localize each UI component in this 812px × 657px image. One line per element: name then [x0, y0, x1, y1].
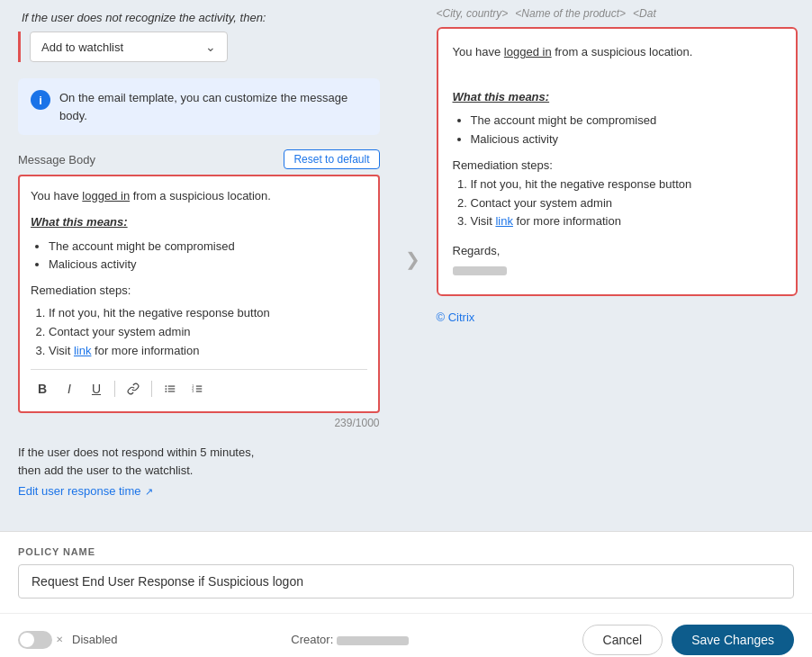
editor-toolbar: B I U 123	[31, 369, 367, 400]
svg-rect-2	[168, 392, 176, 392]
svg-rect-0	[168, 386, 176, 387]
chevron-down-icon: ⌄	[205, 40, 216, 54]
svg-rect-6	[196, 386, 202, 387]
response-timeout-text2: then add the user to the watchlist.	[18, 462, 380, 480]
watchlist-value: Add to watchlist	[41, 40, 123, 54]
remediation-step-1: If not you, hit the negative response bu…	[49, 304, 367, 323]
preview-name-blur	[453, 266, 507, 275]
toggle-section: ✕ Disabled	[18, 631, 118, 649]
preview-bullet-2: Malicious activity	[471, 130, 782, 149]
preview-link: link	[495, 214, 513, 228]
unordered-list-button[interactable]	[158, 377, 182, 400]
toggle-track	[18, 631, 52, 649]
reset-to-default-button[interactable]: Reset to default	[284, 149, 379, 169]
toggle-thumb	[20, 633, 34, 647]
svg-rect-1	[168, 389, 176, 390]
footer-bar: ✕ Disabled Creator: Cancel Save Changes	[0, 613, 812, 657]
preview-bullet-1: The account might be compromised	[471, 112, 782, 130]
preview-line1: You have logged in from a suspicious loc…	[453, 45, 693, 58]
link-button[interactable]	[122, 377, 145, 400]
watchlist-dropdown[interactable]: Add to watchlist ⌄	[30, 32, 228, 62]
message-body-label: Message Body	[18, 153, 95, 166]
bold-button[interactable]: B	[31, 377, 54, 400]
creator-section: Creator:	[291, 633, 409, 646]
preview-step-3: Visit link for more information	[471, 212, 782, 231]
response-info: If the user does not respond within 5 mi…	[18, 444, 380, 500]
email-preview-header: <City, country> <Name of the product> <D…	[437, 7, 798, 20]
arrow-right-icon: ❯	[398, 248, 428, 270]
bullet-list: The account might be compromised Malicio…	[31, 238, 367, 275]
editor-line1: You have logged in from a suspicious loc…	[31, 189, 271, 202]
disabled-label: Disabled	[72, 633, 118, 646]
remediation-step-2: Contact your system admin	[49, 323, 367, 342]
info-icon: i	[31, 90, 50, 110]
char-count: 239/1000	[18, 417, 380, 429]
email-preview-box: You have logged in from a suspicious loc…	[437, 27, 798, 296]
underline-button[interactable]: U	[85, 377, 108, 400]
svg-text:3: 3	[192, 390, 194, 393]
svg-point-5	[165, 391, 167, 392]
cancel-button[interactable]: Cancel	[582, 625, 663, 655]
svg-rect-7	[196, 389, 202, 390]
italic-button[interactable]: I	[58, 377, 81, 400]
bottom-section: POLICY NAME	[0, 531, 812, 613]
remediation-header: Remediation steps:	[31, 282, 367, 301]
svg-rect-8	[196, 392, 202, 392]
preview-step-1: If not you, hit the negative response bu…	[471, 176, 782, 194]
ordered-list-button[interactable]: 123	[185, 377, 209, 400]
preview-step-2: Contact your system admin	[471, 194, 782, 213]
bullet-item-2: Malicious activity	[49, 256, 367, 274]
creator-name-blur	[337, 636, 409, 645]
watchlist-section: If the user does not recognize the activ…	[18, 11, 380, 62]
link-text: link	[74, 344, 92, 357]
disabled-toggle[interactable]: ✕	[18, 631, 63, 649]
preview-remediation-list: If not you, hit the negative response bu…	[453, 176, 782, 231]
info-text: On the email template, you can customize…	[59, 89, 367, 124]
info-box: i On the email template, you can customi…	[18, 78, 380, 135]
watchlist-label-text: If the user does not recognize the activ…	[22, 11, 266, 24]
preview-remediation-header: Remediation steps:	[453, 157, 782, 176]
policy-name-input[interactable]	[18, 564, 794, 598]
remediation-step-3: Visit link for more information	[49, 342, 367, 361]
svg-point-3	[165, 386, 167, 388]
edit-response-time-link[interactable]: Edit user response time ↗	[18, 482, 153, 500]
preview-regards: Regards,	[453, 242, 782, 280]
response-timeout-text1: If the user does not respond within 5 mi…	[18, 444, 380, 462]
section-title: What this means:	[31, 213, 367, 232]
watchlist-label: If the user does not recognize the activ…	[18, 11, 380, 24]
toolbar-divider-1	[114, 381, 115, 397]
footer-buttons: Cancel Save Changes	[582, 625, 794, 655]
message-body-header: Message Body Reset to default	[18, 149, 380, 169]
policy-name-label: POLICY NAME	[18, 546, 794, 557]
creator-label: Creator:	[291, 633, 333, 646]
svg-point-4	[165, 389, 167, 391]
message-editor[interactable]: You have logged in from a suspicious loc…	[18, 175, 380, 413]
toolbar-divider-2	[151, 381, 152, 397]
preview-section-title: What this means:	[453, 88, 782, 107]
citrix-footer: © Citrix	[437, 310, 798, 324]
preview-bullet-list: The account might be compromised Malicio…	[453, 112, 782, 149]
remediation-list: If not you, hit the negative response bu…	[31, 304, 367, 360]
external-link-icon: ↗	[145, 484, 153, 500]
toggle-x-icon: ✕	[56, 634, 63, 644]
bullet-item-1: The account might be compromised	[49, 238, 367, 256]
save-changes-button[interactable]: Save Changes	[672, 625, 794, 655]
